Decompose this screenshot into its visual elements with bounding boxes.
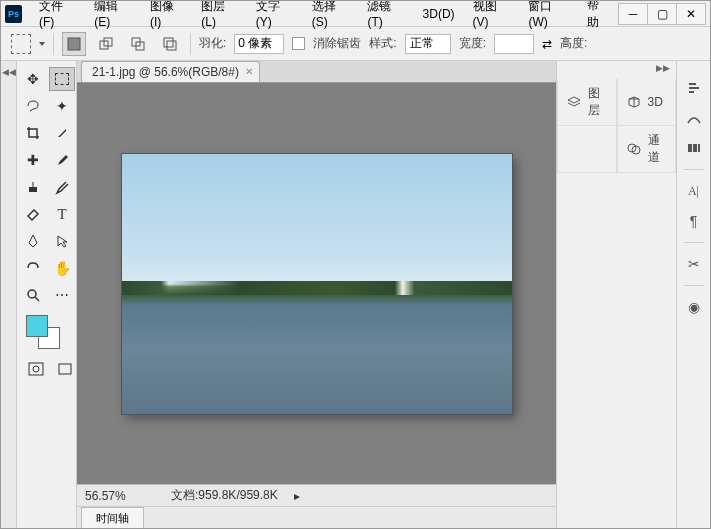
width-input[interactable] (494, 34, 534, 54)
cloud-panel-icon[interactable]: ◉ (684, 298, 704, 316)
ps-logo-icon: Ps (5, 5, 22, 23)
menu-file[interactable]: 文件(F) (30, 0, 85, 29)
menu-view[interactable]: 视图(V) (464, 0, 520, 29)
svg-rect-0 (68, 38, 80, 50)
menu-edit[interactable]: 编辑(E) (85, 0, 141, 29)
channels-label: 通道 (648, 132, 668, 166)
style-label: 样式: (369, 35, 396, 52)
image-content (122, 281, 512, 295)
svg-rect-5 (164, 38, 173, 47)
magic-wand-tool[interactable]: ✦ (49, 94, 75, 118)
svg-rect-10 (29, 363, 43, 375)
quick-mask-tool[interactable] (23, 357, 49, 381)
style-select[interactable]: 正常 (405, 34, 451, 54)
menu-filter[interactable]: 滤镜(T) (358, 0, 413, 29)
styles-panel-icon[interactable] (684, 139, 704, 157)
svg-line-9 (35, 297, 39, 301)
character-panel-icon[interactable]: A| (684, 182, 704, 200)
document-tab-title: 21-1.jpg @ 56.6%(RGB/8#) (92, 65, 239, 79)
canvas-viewport[interactable] (77, 83, 556, 484)
menu-bar: Ps 文件(F) 编辑(E) 图像(I) 图层(L) 文字(Y) 选择(S) 滤… (1, 1, 710, 27)
adjustments-panel-icon[interactable] (684, 109, 704, 127)
doc-info[interactable]: 文档:959.8K/959.8K (171, 487, 278, 504)
menu-select[interactable]: 选择(S) (303, 0, 359, 29)
type-tool[interactable]: T (49, 202, 75, 226)
layers-panel-tab[interactable]: 图层 (557, 79, 617, 126)
color-swatches[interactable] (26, 315, 66, 351)
eyedropper-tool[interactable] (49, 121, 75, 145)
bottom-panel-tabs: 时间轴 (77, 506, 556, 529)
collapse-right-icon[interactable]: ▶▶ (656, 63, 670, 77)
close-tab-icon[interactable]: ✕ (245, 66, 253, 77)
svg-rect-12 (59, 364, 71, 374)
svg-rect-15 (688, 144, 692, 152)
main-area: ◀◀ ✥ ✦ ✚ T ✋ ⋯ (1, 61, 710, 529)
healing-brush-tool[interactable]: ✚ (20, 148, 46, 172)
status-bar: 56.57% 文档:959.8K/959.8K ▸ (77, 484, 556, 506)
layers-icon (566, 95, 582, 109)
zoom-tool[interactable] (20, 283, 46, 307)
right-icon-strip: A| ¶ ✂ ◉ (676, 61, 710, 529)
toolbox: ✥ ✦ ✚ T ✋ ⋯ (17, 61, 77, 529)
minimize-button[interactable]: ─ (618, 3, 648, 25)
selection-add-button[interactable] (94, 32, 118, 56)
canvas-image (122, 154, 512, 414)
status-dropdown-icon[interactable]: ▸ (294, 489, 300, 503)
swap-icon[interactable]: ⇄ (542, 37, 552, 51)
menu-window[interactable]: 窗口(W) (519, 0, 578, 29)
more-tools[interactable]: ⋯ (49, 283, 75, 307)
width-label: 宽度: (459, 35, 486, 52)
feather-input[interactable] (234, 34, 284, 54)
path-selection-tool[interactable] (49, 229, 75, 253)
selection-subtract-button[interactable] (126, 32, 150, 56)
hand-tool[interactable]: ✋ (49, 256, 75, 280)
antialias-checkbox[interactable] (292, 37, 305, 50)
brush-tool[interactable] (49, 148, 75, 172)
menu-image[interactable]: 图像(I) (141, 0, 192, 29)
menu-layer[interactable]: 图层(L) (192, 0, 247, 29)
channels-panel-tab[interactable]: 通道 (617, 126, 677, 173)
svg-rect-17 (698, 144, 700, 152)
timeline-tab[interactable]: 时间轴 (81, 507, 144, 529)
history-brush-tool[interactable] (49, 175, 75, 199)
window-controls: ─ ▢ ✕ (619, 3, 706, 25)
foreground-swatch[interactable] (26, 315, 48, 337)
layers-label: 图层 (588, 85, 608, 119)
tool-preset-dropdown-icon[interactable] (39, 42, 45, 46)
screen-mode-tool[interactable] (52, 357, 78, 381)
eraser-tool[interactable] (20, 202, 46, 226)
menu-3d[interactable]: 3D(D) (414, 7, 464, 21)
right-panel-dock: ▶▶ 图层 3D 通道 (556, 61, 676, 529)
svg-point-11 (33, 366, 39, 372)
document-area: 21-1.jpg @ 56.6%(RGB/8#) ✕ 56.57% 文档:959… (77, 61, 556, 529)
selection-intersect-button[interactable] (158, 32, 182, 56)
document-tab[interactable]: 21-1.jpg @ 56.6%(RGB/8#) ✕ (81, 61, 260, 82)
close-button[interactable]: ✕ (676, 3, 706, 25)
channels-icon (626, 142, 642, 156)
clone-stamp-tool[interactable] (20, 175, 46, 199)
selection-new-button[interactable] (62, 32, 86, 56)
separator (53, 33, 54, 55)
shape-tool[interactable] (20, 256, 46, 280)
options-bar: 羽化: 消除锯齿 样式: 正常 宽度: ⇄ 高度: (1, 27, 710, 61)
marquee-tool[interactable] (49, 67, 75, 91)
pen-tool[interactable] (20, 229, 46, 253)
antialias-label: 消除锯齿 (313, 35, 361, 52)
height-label: 高度: (560, 35, 587, 52)
menu-type[interactable]: 文字(Y) (247, 0, 303, 29)
brush-panel-icon[interactable] (684, 79, 704, 97)
cube-icon (626, 95, 642, 109)
3d-panel-tab[interactable]: 3D (617, 79, 677, 126)
menu-help[interactable]: 帮助 (578, 0, 619, 31)
move-tool[interactable]: ✥ (20, 67, 46, 91)
separator (190, 33, 191, 55)
crop-tool[interactable] (20, 121, 46, 145)
marquee-tool-preset-icon[interactable] (11, 34, 31, 54)
left-collapse-bar[interactable]: ◀◀ (1, 61, 17, 529)
paragraph-panel-icon[interactable]: ¶ (684, 212, 704, 230)
zoom-level[interactable]: 56.57% (85, 489, 155, 503)
feather-label: 羽化: (199, 35, 226, 52)
maximize-button[interactable]: ▢ (647, 3, 677, 25)
tools-panel-icon[interactable]: ✂ (684, 255, 704, 273)
lasso-tool[interactable] (20, 94, 46, 118)
